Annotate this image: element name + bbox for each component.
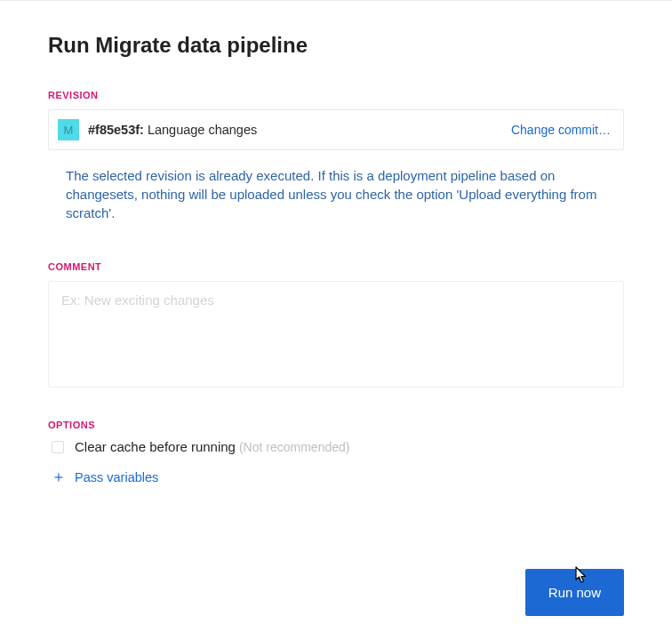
main-container: Run Migrate data pipeline REVISION M #f8… [0, 1, 672, 484]
revision-section-label: REVISION [48, 90, 624, 100]
comment-section-label: COMMENT [48, 261, 624, 272]
plus-icon [52, 470, 66, 484]
revision-info-text: The selected revision is already execute… [48, 166, 624, 222]
change-commit-link[interactable]: Change commit… [511, 123, 611, 137]
clear-cache-hint: (Not recommended) [239, 440, 350, 454]
clear-cache-checkbox[interactable] [52, 441, 64, 453]
pass-variables-label: Pass variables [75, 470, 158, 484]
run-now-button[interactable]: Run now [525, 569, 624, 616]
comment-input[interactable] [48, 281, 624, 388]
avatar: M [58, 119, 79, 140]
revision-text: #f85e53f: Language changes [88, 123, 511, 137]
options-block: OPTIONS Clear cache before running (Not … [48, 420, 624, 484]
revision-message: Language changes [148, 123, 257, 137]
pass-variables-button[interactable]: Pass variables [48, 470, 624, 484]
revision-hash: #f85e53f: [88, 123, 144, 137]
revision-box: M #f85e53f: Language changes Change comm… [48, 109, 624, 150]
clear-cache-label: Clear cache before running [75, 439, 236, 454]
page-title: Run Migrate data pipeline [48, 33, 624, 58]
clear-cache-row[interactable]: Clear cache before running (Not recommen… [48, 439, 624, 454]
options-section-label: OPTIONS [48, 420, 624, 430]
